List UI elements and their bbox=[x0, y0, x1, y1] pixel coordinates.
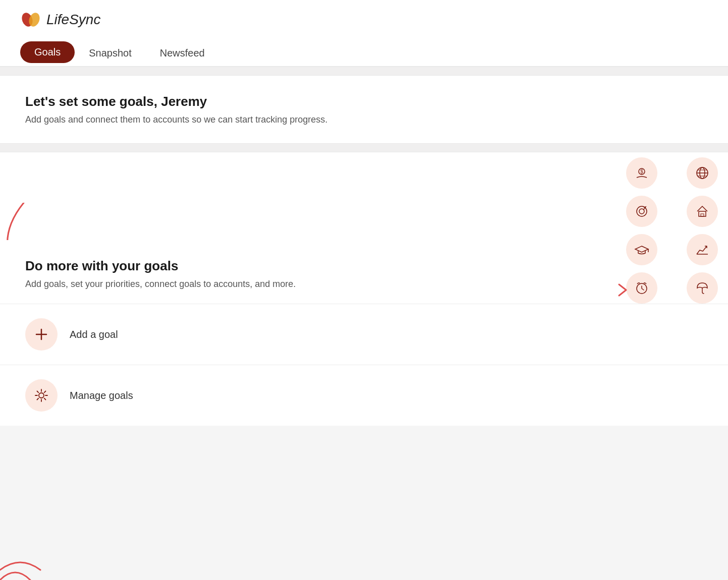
money-hand-icon[interactable]: $ bbox=[626, 157, 657, 189]
red-chevron-right bbox=[617, 282, 628, 298]
intro-title: Let's set some goals, Jeremy bbox=[25, 94, 703, 109]
nav-tabs: Goals Snapshot Newsfeed bbox=[20, 41, 708, 66]
do-more-subtitle: Add goals, set your priorities, connect … bbox=[25, 279, 484, 289]
gear-icon bbox=[33, 387, 49, 403]
section-divider-top bbox=[0, 67, 728, 76]
add-goal-icon bbox=[25, 318, 58, 351]
alarm-icon[interactable] bbox=[626, 272, 657, 304]
manage-goals-icon bbox=[25, 379, 58, 412]
bottom-red-curve bbox=[0, 535, 45, 580]
do-more-section: Do more with your goals Add goals, set y… bbox=[0, 240, 510, 304]
house-icon[interactable] bbox=[687, 196, 718, 227]
plus-icon bbox=[33, 326, 49, 342]
manage-goals-label: Manage goals bbox=[70, 390, 133, 401]
globe-icon[interactable] bbox=[687, 157, 718, 189]
logo-row: LifeSync bbox=[20, 9, 708, 30]
graduation-icon[interactable] bbox=[626, 234, 657, 265]
chart-icon[interactable] bbox=[687, 234, 718, 265]
header: LifeSync Goals Snapshot Newsfeed bbox=[0, 0, 728, 67]
do-more-title: Do more with your goals bbox=[25, 258, 484, 274]
inner-icon-column: $ bbox=[626, 157, 657, 304]
target-icon[interactable] bbox=[626, 196, 657, 227]
logo-icon bbox=[20, 9, 41, 30]
add-goal-row[interactable]: Add a goal bbox=[0, 304, 728, 365]
outer-icon-column bbox=[687, 157, 718, 304]
intro-subtitle: Add goals and connect them to accounts s… bbox=[25, 114, 703, 125]
manage-goals-row[interactable]: Manage goals bbox=[0, 365, 728, 426]
tab-goals[interactable]: Goals bbox=[20, 41, 75, 63]
tab-snapshot[interactable]: Snapshot bbox=[75, 41, 146, 66]
svg-text:$: $ bbox=[640, 169, 643, 175]
logo-text: LifeSync bbox=[46, 12, 100, 28]
svg-marker-6 bbox=[635, 246, 648, 252]
tab-newsfeed[interactable]: Newsfeed bbox=[146, 41, 219, 66]
svg-point-21 bbox=[39, 393, 44, 398]
intro-section: Let's set some goals, Jeremy Add goals a… bbox=[0, 76, 728, 143]
goals-visual-area: $ bbox=[0, 152, 728, 304]
add-goal-label: Add a goal bbox=[70, 329, 118, 340]
umbrella-icon[interactable] bbox=[687, 272, 718, 304]
section-divider-mid bbox=[0, 143, 728, 152]
